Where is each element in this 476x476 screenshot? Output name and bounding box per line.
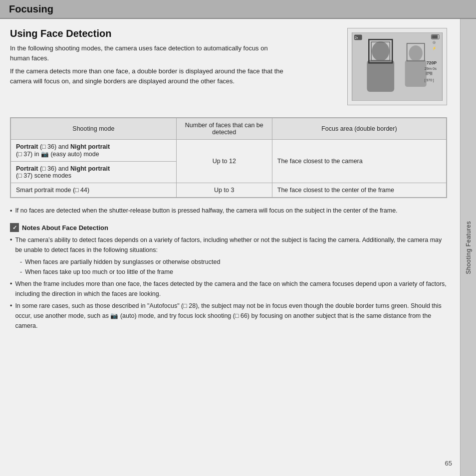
svg-rect-11 — [432, 35, 438, 38]
table-row: Portrait (□ 36) and Night portrait (□ 37… — [11, 140, 447, 162]
section-title: Using Face Detection — [10, 28, 342, 39]
mode-bold-2: Night portrait — [70, 143, 110, 150]
svg-point-1 — [372, 41, 389, 61]
faces-count-cell-1: Up to 12 — [176, 140, 272, 183]
col-header-faces: Number of faces that can be detected — [176, 118, 272, 140]
svg-rect-4 — [405, 60, 427, 87]
mode-ref-2: (□ 37) in — [16, 151, 41, 158]
mode-bold-4: Night portrait — [70, 165, 110, 172]
svg-point-3 — [409, 45, 422, 61]
svg-text:5▪: 5▪ — [428, 73, 430, 76]
notes-bullet-1: • The camera’s ability to detect faces d… — [10, 235, 447, 255]
sub-bullet-1: - When faces are partially hidden by sun… — [20, 257, 447, 267]
sub-bullets: - When faces are partially hidden by sun… — [20, 257, 447, 277]
sub-bullet-dash-2: - — [20, 267, 22, 277]
camera-display-svg: 2• ◎ ⚡ 720P 29m 0s 5▪ [ 970 ] — [352, 32, 442, 101]
table-row: Smart portrait mode (□ 44) Up to 3 The f… — [11, 183, 447, 198]
bullet-text-1: If no faces are detected when the shutte… — [15, 206, 397, 216]
page-number: 65 — [445, 460, 452, 467]
mode-ref-1: (□ 36) and — [40, 143, 70, 150]
sub-bullet-2: - When faces take up too much or too lit… — [20, 267, 447, 277]
camera-screen: 2• ◎ ⚡ 720P 29m 0s 5▪ [ 970 ] — [352, 32, 443, 101]
notes-title: Notes About Face Detection — [22, 224, 108, 232]
col-header-focus: Focus area (double border) — [272, 118, 446, 140]
mode-ref-4: (□ 37) scene modes — [16, 172, 71, 179]
svg-text:⚡: ⚡ — [432, 46, 437, 50]
table-container: Shooting mode Number of faces that can b… — [10, 117, 447, 198]
shooting-mode-cell-1: Portrait (□ 36) and Night portrait (□ 37… — [11, 140, 177, 162]
notes-bullet-3: • In some rare cases, such as those desc… — [10, 301, 447, 331]
bullet-dot: • — [10, 207, 12, 216]
mode-ref-3: (□ 36) and — [40, 165, 70, 172]
main-content: Using Face Detection In the following sh… — [0, 19, 457, 110]
col-header-shooting: Shooting mode — [11, 118, 177, 140]
mode-bold-3: Portrait — [16, 165, 38, 172]
svg-text:2•: 2• — [355, 36, 358, 39]
notes-bullet-text-2: When the frame includes more than one fa… — [15, 279, 447, 299]
intro-text-1: In the following shooting modes, the cam… — [10, 43, 289, 63]
notes-bullet-text-1: The camera’s ability to detect faces dep… — [15, 235, 447, 255]
focus-area-cell-1: The face closest to the camera — [272, 140, 446, 183]
face-detection-table: Shooting mode Number of faces that can b… — [10, 118, 447, 198]
shooting-mode-cell-3: Smart portrait mode (□ 44) — [11, 183, 177, 198]
sub-bullet-text-1: When faces are partially hidden by sungl… — [25, 257, 220, 267]
svg-rect-2 — [367, 60, 394, 92]
notes-bullet-text-3: In some rare cases, such as those descri… — [15, 301, 447, 331]
camera-viewfinder: 2• ◎ ⚡ 720P 29m 0s 5▪ [ 970 ] — [347, 28, 447, 105]
svg-text:◎: ◎ — [433, 40, 436, 44]
notes-bullet-2: • When the frame includes more than one … — [10, 279, 447, 299]
right-sidebar: Shooting Features — [460, 19, 476, 476]
mode-icon: 📷 — [41, 151, 49, 158]
notes-bullet-dot-2: • — [10, 279, 12, 299]
notes-bullet-dot-3: • — [10, 301, 12, 331]
svg-text:29m 0s: 29m 0s — [425, 66, 437, 71]
notes-bullets: • The camera’s ability to detect faces d… — [10, 235, 447, 331]
notes-check-icon: ✓ — [10, 223, 19, 232]
focus-area-cell-3: The face closest to the center of the fr… — [272, 183, 446, 198]
intro-text-2: If the camera detects more than one face… — [10, 66, 289, 86]
sub-bullet-text-2: When faces take up too much or too littl… — [25, 267, 173, 277]
notes-bullet-dot-1: • — [10, 235, 12, 255]
faces-count-cell-3: Up to 3 — [176, 183, 272, 198]
mode-suffix: (easy auto) mode — [50, 151, 99, 158]
top-bar: Focusing — [0, 0, 476, 19]
bullets-section: • If no faces are detected when the shut… — [0, 203, 457, 216]
mode-bold-1: Portrait — [16, 143, 38, 150]
svg-text:720P: 720P — [427, 60, 437, 65]
sub-bullet-dash-1: - — [20, 257, 22, 267]
shooting-mode-cell-2: Portrait (□ 36) and Night portrait (□ 37… — [11, 162, 177, 183]
bullet-item-1: • If no faces are detected when the shut… — [10, 206, 447, 216]
notes-section: ✓ Notes About Face Detection • The camer… — [0, 219, 457, 331]
notes-header: ✓ Notes About Face Detection — [10, 223, 447, 232]
page-title: Focusing — [9, 3, 53, 15]
sidebar-label: Shooting Features — [465, 221, 472, 274]
left-content: Using Face Detection In the following sh… — [10, 28, 342, 105]
table-wrapper: Shooting mode Number of faces that can b… — [0, 117, 457, 198]
svg-text:[ 970 ]: [ 970 ] — [425, 78, 434, 82]
